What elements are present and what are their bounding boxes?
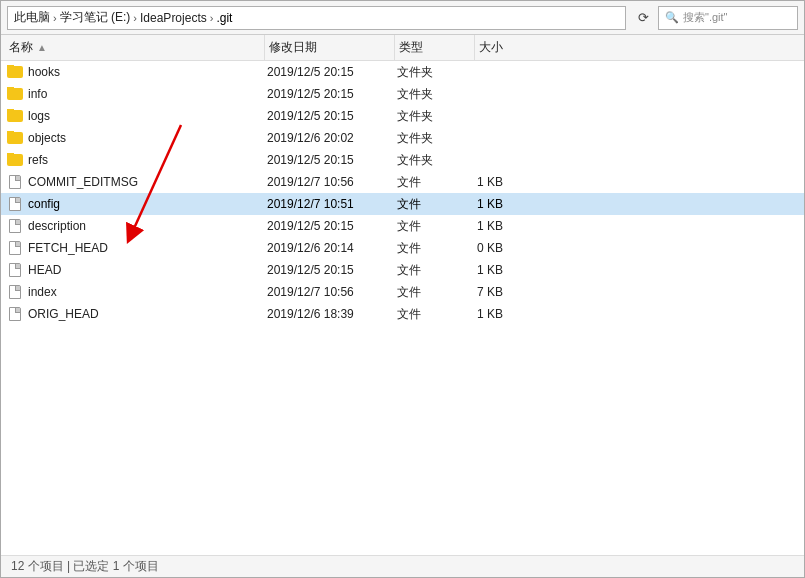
- file-name-cell: HEAD: [5, 263, 265, 277]
- file-date-cell: 2019/12/6 20:14: [265, 241, 395, 255]
- file-name-cell: logs: [5, 109, 265, 123]
- file-date-cell: 2019/12/5 20:15: [265, 65, 395, 79]
- table-row[interactable]: hooks2019/12/5 20:15文件夹: [1, 61, 804, 83]
- file-date-cell: 2019/12/5 20:15: [265, 219, 395, 233]
- file-name-cell: objects: [5, 131, 265, 145]
- file-icon: [7, 219, 23, 233]
- column-headers: 名称 ▲ 修改日期 类型 大小: [1, 35, 804, 61]
- file-name-text: config: [28, 197, 60, 211]
- file-type-cell: 文件夹: [395, 86, 475, 103]
- file-explorer-window: 此电脑 › 学习笔记 (E:) › IdeaProjects › .git ⟳ …: [0, 0, 805, 578]
- address-right-controls: ⟳ 🔍 搜索".git": [632, 6, 798, 30]
- file-size-cell: 1 KB: [475, 175, 555, 189]
- file-name-text: index: [28, 285, 57, 299]
- refresh-button[interactable]: ⟳: [632, 7, 654, 29]
- file-size-cell: 0 KB: [475, 241, 555, 255]
- status-text: 12 个项目 | 已选定 1 个项目: [11, 558, 159, 575]
- status-bar: 12 个项目 | 已选定 1 个项目: [1, 555, 804, 577]
- file-name-text: HEAD: [28, 263, 61, 277]
- breadcrumb-part-0[interactable]: 此电脑: [14, 9, 50, 26]
- file-type-cell: 文件: [395, 218, 475, 235]
- file-type-cell: 文件: [395, 262, 475, 279]
- file-date-cell: 2019/12/6 20:02: [265, 131, 395, 145]
- table-row[interactable]: FETCH_HEAD2019/12/6 20:14文件0 KB: [1, 237, 804, 259]
- file-name-cell: FETCH_HEAD: [5, 241, 265, 255]
- col-header-date[interactable]: 修改日期: [265, 35, 395, 60]
- file-name-text: logs: [28, 109, 50, 123]
- file-name-cell: refs: [5, 153, 265, 167]
- breadcrumb-arrow-1: ›: [133, 12, 137, 24]
- file-name-text: refs: [28, 153, 48, 167]
- file-name-text: COMMIT_EDITMSG: [28, 175, 138, 189]
- file-date-cell: 2019/12/6 18:39: [265, 307, 395, 321]
- file-name-cell: info: [5, 87, 265, 101]
- breadcrumb-part-3[interactable]: .git: [216, 11, 232, 25]
- file-date-cell: 2019/12/5 20:15: [265, 109, 395, 123]
- table-row[interactable]: description2019/12/5 20:15文件1 KB: [1, 215, 804, 237]
- folder-icon: [7, 153, 23, 167]
- file-size-cell: 1 KB: [475, 197, 555, 211]
- folder-icon: [7, 87, 23, 101]
- col-header-name[interactable]: 名称 ▲: [5, 35, 265, 60]
- breadcrumb-arrow-2: ›: [210, 12, 214, 24]
- address-bar: 此电脑 › 学习笔记 (E:) › IdeaProjects › .git ⟳ …: [1, 1, 804, 35]
- file-name-text: ORIG_HEAD: [28, 307, 99, 321]
- table-row[interactable]: COMMIT_EDITMSG2019/12/7 10:56文件1 KB: [1, 171, 804, 193]
- col-header-type[interactable]: 类型: [395, 35, 475, 60]
- file-type-cell: 文件: [395, 196, 475, 213]
- file-size-cell: 1 KB: [475, 263, 555, 277]
- search-placeholder: 搜索".git": [683, 10, 727, 25]
- file-date-cell: 2019/12/5 20:15: [265, 153, 395, 167]
- breadcrumb-arrow-0: ›: [53, 12, 57, 24]
- file-rows: hooks2019/12/5 20:15文件夹info2019/12/5 20:…: [1, 61, 804, 555]
- main-content: 名称 ▲ 修改日期 类型 大小 hooks2019/12/5 20:15文件夹i…: [1, 35, 804, 555]
- breadcrumb-part-2[interactable]: IdeaProjects: [140, 11, 207, 25]
- table-row[interactable]: HEAD2019/12/5 20:15文件1 KB: [1, 259, 804, 281]
- file-name-cell: config: [5, 197, 265, 211]
- file-type-cell: 文件: [395, 284, 475, 301]
- col-header-size[interactable]: 大小: [475, 35, 555, 60]
- file-type-cell: 文件夹: [395, 64, 475, 81]
- table-row[interactable]: config2019/12/7 10:51文件1 KB: [1, 193, 804, 215]
- file-size-cell: 1 KB: [475, 219, 555, 233]
- breadcrumb-part-1[interactable]: 学习笔记 (E:): [60, 9, 131, 26]
- folder-icon: [7, 109, 23, 123]
- search-box[interactable]: 🔍 搜索".git": [658, 6, 798, 30]
- file-name-text: FETCH_HEAD: [28, 241, 108, 255]
- file-name-text: info: [28, 87, 47, 101]
- table-row[interactable]: logs2019/12/5 20:15文件夹: [1, 105, 804, 127]
- file-size-cell: 1 KB: [475, 307, 555, 321]
- file-icon: [7, 307, 23, 321]
- sort-arrow-name: ▲: [37, 42, 47, 53]
- folder-icon: [7, 131, 23, 145]
- table-row[interactable]: info2019/12/5 20:15文件夹: [1, 83, 804, 105]
- file-list-area: 名称 ▲ 修改日期 类型 大小 hooks2019/12/5 20:15文件夹i…: [1, 35, 804, 555]
- file-date-cell: 2019/12/5 20:15: [265, 87, 395, 101]
- table-row[interactable]: index2019/12/7 10:56文件7 KB: [1, 281, 804, 303]
- file-icon: [7, 241, 23, 255]
- file-name-cell: COMMIT_EDITMSG: [5, 175, 265, 189]
- file-icon: [7, 175, 23, 189]
- table-row[interactable]: ORIG_HEAD2019/12/6 18:39文件1 KB: [1, 303, 804, 325]
- file-size-cell: 7 KB: [475, 285, 555, 299]
- folder-icon: [7, 65, 23, 79]
- file-icon: [7, 285, 23, 299]
- file-date-cell: 2019/12/7 10:56: [265, 285, 395, 299]
- file-type-cell: 文件夹: [395, 130, 475, 147]
- file-type-cell: 文件: [395, 306, 475, 323]
- table-row[interactable]: objects2019/12/6 20:02文件夹: [1, 127, 804, 149]
- file-name-text: hooks: [28, 65, 60, 79]
- file-type-cell: 文件: [395, 240, 475, 257]
- file-date-cell: 2019/12/7 10:56: [265, 175, 395, 189]
- table-row[interactable]: refs2019/12/5 20:15文件夹: [1, 149, 804, 171]
- search-icon: 🔍: [665, 11, 679, 24]
- file-name-cell: description: [5, 219, 265, 233]
- file-icon: [7, 263, 23, 277]
- file-name-text: description: [28, 219, 86, 233]
- file-date-cell: 2019/12/5 20:15: [265, 263, 395, 277]
- file-name-cell: index: [5, 285, 265, 299]
- file-name-text: objects: [28, 131, 66, 145]
- file-date-cell: 2019/12/7 10:51: [265, 197, 395, 211]
- file-type-cell: 文件夹: [395, 152, 475, 169]
- breadcrumb[interactable]: 此电脑 › 学习笔记 (E:) › IdeaProjects › .git: [7, 6, 626, 30]
